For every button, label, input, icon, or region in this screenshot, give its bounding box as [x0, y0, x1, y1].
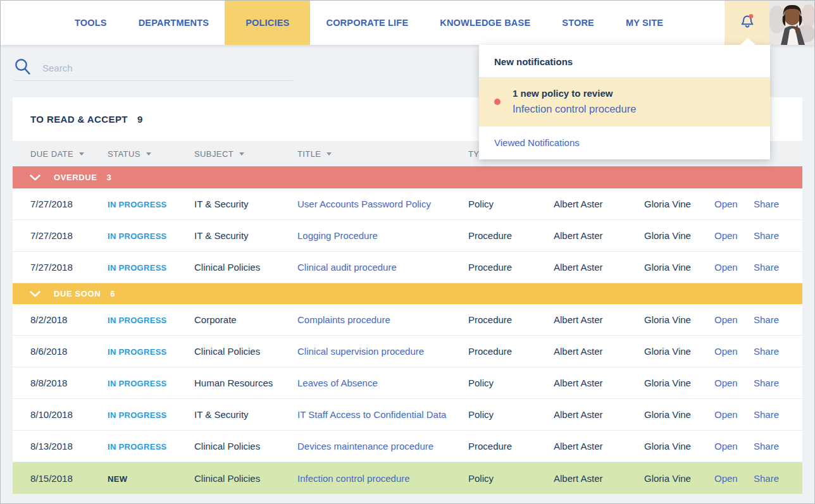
type-cell: Policy: [468, 409, 554, 420]
open-link[interactable]: Open: [714, 230, 754, 241]
open-link[interactable]: Open: [714, 409, 754, 420]
document-title-link-text[interactable]: IT Staff Access to Confidential Data: [297, 409, 446, 420]
document-title-link-text[interactable]: Complaints procedure: [297, 314, 390, 325]
share-link-text[interactable]: Share: [754, 378, 779, 388]
reviewer-cell: Gloria Vine: [644, 262, 714, 273]
group-row-due-soon[interactable]: DUE SOON6: [13, 283, 802, 304]
status-cell: IN PROGRESS: [108, 346, 194, 357]
notification-item[interactable]: 1 new policy to review Infection control…: [479, 78, 770, 126]
group-label: DUE SOON: [54, 289, 101, 298]
status-cell-text: IN PROGRESS: [108, 442, 167, 452]
document-title-link[interactable]: IT Staff Access to Confidential Data: [297, 409, 468, 420]
document-title-link-text[interactable]: Clinical supervision procedure: [297, 346, 424, 357]
status-cell-text: NEW: [108, 474, 127, 484]
document-title-link[interactable]: Clinical supervision procedure: [297, 346, 468, 357]
document-title-link[interactable]: Devices maintenance procedure: [297, 441, 468, 452]
due-date-cell: 7/27/2018: [30, 199, 108, 209]
subject-cell: Clinical Policies: [194, 441, 297, 452]
open-link[interactable]: Open: [714, 473, 754, 484]
share-link-text[interactable]: Share: [754, 473, 779, 484]
document-title-link[interactable]: Complaints procedure: [297, 314, 468, 325]
open-link[interactable]: Open: [714, 378, 754, 388]
column-header-title[interactable]: TITLE: [297, 149, 468, 159]
share-link-text[interactable]: Share: [754, 346, 779, 357]
share-link-text[interactable]: Share: [754, 230, 779, 241]
open-link[interactable]: Open: [714, 262, 754, 273]
viewed-notifications-link[interactable]: Viewed Notifications: [494, 137, 580, 148]
reviewer-cell: Gloria Vine: [644, 230, 714, 241]
open-link-text[interactable]: Open: [714, 378, 738, 388]
group-row-overdue[interactable]: OVERDUE3: [13, 166, 802, 188]
sort-caret-icon: [79, 152, 84, 156]
nav-spacer: [679, 1, 725, 45]
status-cell: NEW: [108, 473, 194, 484]
open-link-text[interactable]: Open: [714, 346, 738, 357]
document-title-link[interactable]: User Accounts Password Policy: [297, 199, 468, 209]
open-link-text[interactable]: Open: [714, 230, 738, 241]
column-header-due-date[interactable]: DUE DATE: [30, 149, 108, 159]
nav-item-corporate-life[interactable]: CORPORATE LIFE: [310, 1, 424, 45]
share-link-text[interactable]: Share: [754, 314, 779, 325]
open-link-text[interactable]: Open: [714, 473, 738, 484]
open-link-text[interactable]: Open: [714, 262, 738, 273]
open-link[interactable]: Open: [714, 199, 754, 209]
open-link[interactable]: Open: [714, 346, 754, 357]
share-link-text[interactable]: Share: [754, 441, 779, 452]
share-link[interactable]: Share: [754, 473, 802, 484]
nav-item-store[interactable]: STORE: [546, 1, 610, 45]
open-link-text[interactable]: Open: [714, 409, 738, 420]
panel-count: 9: [137, 114, 142, 125]
nav-item-knowledge-base[interactable]: KNOWLEDGE BASE: [424, 1, 546, 45]
document-title-link-text[interactable]: Leaves of Absence: [297, 378, 378, 388]
document-title-link[interactable]: Logging Procedure: [297, 230, 468, 241]
search-input[interactable]: [42, 63, 293, 73]
nav-item-tools[interactable]: TOOLS: [59, 1, 123, 45]
share-link[interactable]: Share: [754, 262, 802, 273]
status-cell: IN PROGRESS: [108, 409, 194, 420]
nav-item-policies[interactable]: POLICIES: [225, 1, 310, 45]
column-header-subject[interactable]: SUBJECT: [194, 149, 297, 159]
sort-caret-icon: [327, 152, 332, 156]
document-title-link[interactable]: Leaves of Absence: [297, 378, 468, 388]
column-header-status[interactable]: STATUS: [108, 149, 194, 159]
nav-item-departments[interactable]: DEPARTMENTS: [123, 1, 225, 45]
document-title-link-text[interactable]: Devices maintenance procedure: [297, 441, 433, 452]
open-link[interactable]: Open: [714, 441, 754, 452]
notification-policy-link[interactable]: Infection control procedure: [513, 103, 636, 115]
notifications-title: New notifications: [479, 45, 770, 78]
open-link-text[interactable]: Open: [714, 199, 738, 209]
share-link[interactable]: Share: [754, 346, 802, 357]
document-title-link-text[interactable]: Clinical audit procedure: [297, 262, 397, 273]
document-title-link-text[interactable]: User Accounts Password Policy: [297, 199, 431, 209]
document-title-link-text[interactable]: Infection control procedure: [297, 473, 410, 484]
document-title-link[interactable]: Clinical audit procedure: [297, 262, 468, 273]
share-link[interactable]: Share: [754, 230, 802, 241]
status-cell: IN PROGRESS: [108, 441, 194, 452]
due-date-cell: 8/8/2018: [30, 378, 108, 388]
user-avatar[interactable]: [769, 1, 814, 45]
share-link-text[interactable]: Share: [754, 262, 779, 273]
subject-cell: IT & Security: [194, 199, 297, 209]
table-row: 8/8/2018IN PROGRESSHuman ResourcesLeaves…: [13, 367, 802, 399]
share-link[interactable]: Share: [754, 314, 802, 325]
status-cell-text: IN PROGRESS: [108, 200, 167, 209]
document-title-link-text[interactable]: Logging Procedure: [297, 230, 378, 241]
open-link-text[interactable]: Open: [714, 314, 738, 325]
status-cell: IN PROGRESS: [108, 262, 194, 273]
nav-item-my-site[interactable]: MY SITE: [610, 1, 679, 45]
share-link[interactable]: Share: [754, 199, 802, 209]
status-cell: IN PROGRESS: [108, 314, 194, 325]
owner-cell: Albert Aster: [554, 199, 644, 209]
status-cell-text: IN PROGRESS: [108, 379, 167, 388]
open-link-text[interactable]: Open: [714, 441, 738, 452]
sort-caret-icon: [146, 152, 151, 156]
open-link[interactable]: Open: [714, 314, 754, 325]
share-link[interactable]: Share: [754, 441, 802, 452]
share-link-text[interactable]: Share: [754, 199, 779, 209]
share-link[interactable]: Share: [754, 378, 802, 388]
share-link-text[interactable]: Share: [754, 409, 779, 420]
document-title-link[interactable]: Infection control procedure: [297, 473, 468, 484]
subject-cell: Human Resources: [194, 378, 297, 388]
share-link[interactable]: Share: [754, 409, 802, 420]
notifications-dropdown: New notifications 1 new policy to review…: [479, 45, 770, 159]
